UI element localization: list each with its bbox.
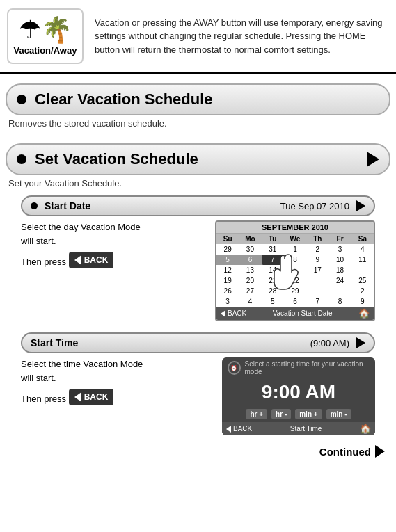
set-vacation-btn[interactable]: Set Vacation Schedule	[6, 143, 390, 175]
time-instr-line2: will start.	[21, 373, 56, 383]
calendar-week-row: 2930311234	[216, 244, 374, 255]
time-footer-label: Start Time	[290, 425, 322, 433]
continued-arrow	[375, 445, 385, 458]
calendar-day-cell[interactable]: 31	[262, 244, 284, 255]
calendar-day-cell[interactable]: 3	[216, 296, 239, 307]
start-time-row[interactable]: Start Time (9:00 AM)	[21, 332, 375, 353]
back-arrow-icon	[74, 255, 81, 265]
start-date-bullet	[31, 202, 38, 209]
min-minus-btn[interactable]: min -	[326, 409, 351, 419]
calendar-day-cell[interactable]: 2	[351, 286, 374, 296]
calendar-week-row: 1213141718	[216, 265, 374, 275]
calendar-week-row: 192021222425	[216, 275, 374, 286]
start-date-label: Start Date	[45, 200, 90, 211]
back-arrow-time-icon	[74, 392, 81, 402]
calendar-day-cell[interactable]	[284, 265, 306, 275]
cal-back-label: BACK	[228, 309, 246, 317]
calendar-day-cell[interactable]: 9	[306, 255, 328, 265]
calendar-week-row: 262728292	[216, 286, 374, 296]
time-instr-line3: Then press	[21, 394, 66, 404]
instr-line1: Select the day Vacation Mode	[21, 222, 141, 232]
back-btn-time-label: BACK	[84, 391, 109, 403]
cal-back-arrow	[221, 310, 225, 317]
calendar-day-cell[interactable]: 1	[284, 244, 306, 255]
calendar-day-cell[interactable]: 29	[284, 286, 306, 296]
start-date-row[interactable]: Start Date Tue Sep 07 2010	[21, 195, 375, 216]
calendar-day-cell[interactable]	[351, 265, 374, 275]
time-back-btn[interactable]: BACK	[226, 425, 252, 433]
calendar-day-cell[interactable]: 2	[306, 244, 328, 255]
calendar-day-cell[interactable]	[306, 286, 328, 296]
cal-home-icon[interactable]: 🏠	[358, 308, 370, 319]
calendar-grid: Su Mo Tu We Th Fr Sa 2930311234567891011…	[216, 234, 374, 307]
calendar-day-cell[interactable]: 7	[262, 255, 284, 265]
calendar-day-cell[interactable]: 13	[239, 265, 261, 275]
calendar-footer: BACK Vacation Start Date 🏠	[216, 307, 374, 320]
calendar-day-cell[interactable]: 20	[239, 275, 261, 286]
calendar-day-cell[interactable]: 10	[328, 255, 351, 265]
divider	[6, 136, 390, 136]
calendar-day-cell[interactable]: 12	[216, 265, 239, 275]
calendar-day-cell[interactable]: 5	[216, 255, 239, 265]
calendar-day-cell[interactable]: 6	[239, 255, 261, 265]
calendar-week-row: 567891011	[216, 255, 374, 265]
back-button-date[interactable]: BACK	[69, 252, 114, 268]
calendar-day-cell[interactable]: 29	[216, 244, 239, 255]
calendar-day-cell[interactable]	[328, 286, 351, 296]
day-th: Th	[306, 234, 328, 244]
back-btn-label: BACK	[84, 254, 109, 266]
hr-plus-btn[interactable]: hr +	[246, 409, 267, 419]
set-vacation-label: Set Vacation Schedule	[35, 150, 198, 168]
start-time-value: (9:00 AM)	[310, 338, 349, 348]
clear-vacation-btn[interactable]: Clear Vacation Schedule	[6, 83, 390, 115]
calendar-day-cell[interactable]: 24	[328, 275, 351, 286]
calendar-day-cell[interactable]: 22	[284, 275, 306, 286]
icon-label: Vacation/Away	[14, 45, 77, 56]
calendar-day-cell[interactable]: 5	[262, 296, 284, 307]
calendar-day-cell[interactable]: 18	[328, 265, 351, 275]
start-date-value: Tue Sep 07 2010	[280, 201, 349, 211]
calendar-day-cell[interactable]: 8	[328, 296, 351, 307]
calendar-day-cell[interactable]: 17	[306, 265, 328, 275]
header-section: ☂🌴 Vacation/Away Vacation or pressing th…	[0, 0, 396, 74]
calendar-day-cell[interactable]: 3	[328, 244, 351, 255]
min-plus-btn[interactable]: min +	[295, 409, 322, 419]
calendar-day-cell[interactable]: 30	[239, 244, 261, 255]
cal-footer-label: Vacation Start Date	[273, 309, 333, 317]
day-fr: Fr	[328, 234, 351, 244]
calendar-day-cell[interactable]: 27	[239, 286, 261, 296]
clear-vacation-label: Clear Vacation Schedule	[35, 90, 213, 108]
set-vacation-desc: Set your Vacation Schedule.	[8, 178, 388, 188]
hr-minus-btn[interactable]: hr -	[271, 409, 291, 419]
calendar-day-cell[interactable]: 4	[239, 296, 261, 307]
time-picker-header: ⏰ Select a starting time for your vacati…	[222, 357, 375, 378]
calendar-day-cell[interactable]: 26	[216, 286, 239, 296]
calendar-day-cell[interactable]: 7	[306, 296, 328, 307]
calendar-day-cell[interactable]: 6	[284, 296, 306, 307]
time-back-arrow	[226, 426, 231, 433]
calendar: SEPTEMBER 2010 Su Mo Tu We Th Fr Sa 2930…	[215, 220, 375, 321]
calendar-day-cell[interactable]: 9	[351, 296, 374, 307]
cal-back-btn[interactable]: BACK	[221, 309, 246, 317]
calendar-day-cell[interactable]: 28	[262, 286, 284, 296]
time-home-icon[interactable]: 🏠	[360, 424, 371, 434]
calendar-day-cell[interactable]: 14	[262, 265, 284, 275]
calendar-day-cell[interactable]: 4	[351, 244, 374, 255]
start-time-arrow	[356, 337, 365, 348]
start-time-section: Select the time Vacation Mode will start…	[21, 357, 375, 435]
day-su: Su	[216, 234, 239, 244]
calendar-day-cell[interactable]: 8	[284, 255, 306, 265]
time-back-label: BACK	[233, 425, 252, 433]
calendar-day-cell[interactable]: 21	[262, 275, 284, 286]
calendar-day-cell[interactable]	[306, 275, 328, 286]
header-description: Vacation or pressing the AWAY button wil…	[95, 16, 389, 57]
umbrella-icon: ☂🌴	[19, 17, 72, 42]
calendar-day-cell[interactable]: 11	[351, 255, 374, 265]
calendar-day-cell[interactable]: 25	[351, 275, 374, 286]
set-vacation-arrow	[367, 152, 379, 167]
calendar-container: SEPTEMBER 2010 Su Mo Tu We Th Fr Sa 2930…	[215, 220, 375, 321]
continued-label: Continued	[319, 446, 371, 458]
calendar-day-cell[interactable]: 19	[216, 275, 239, 286]
start-time-label: Start Time	[31, 337, 78, 348]
back-button-time[interactable]: BACK	[69, 389, 114, 405]
